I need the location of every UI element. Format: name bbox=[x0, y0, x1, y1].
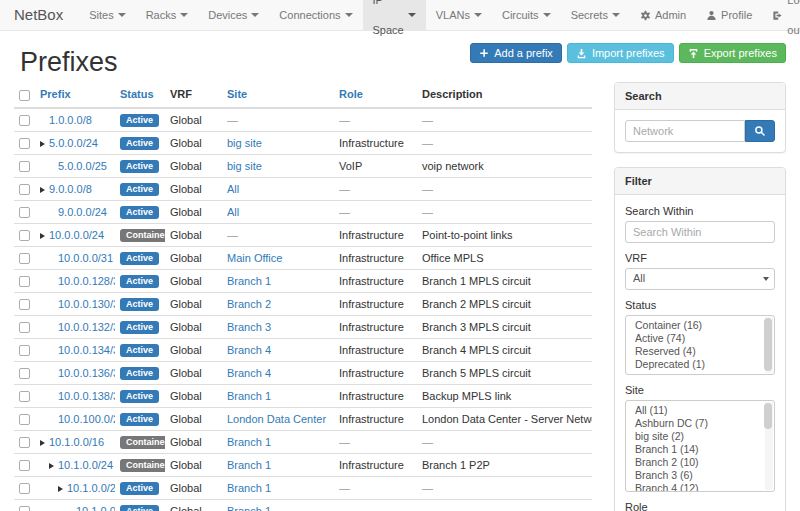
search-button[interactable] bbox=[745, 120, 775, 142]
site-link[interactable]: All bbox=[227, 183, 239, 195]
listbox-option[interactable]: Container (16) bbox=[626, 319, 762, 332]
prefix-link[interactable]: 9.0.0.0/8 bbox=[49, 183, 92, 195]
row-checkbox[interactable] bbox=[19, 437, 30, 448]
site-link[interactable]: Branch 3 bbox=[227, 321, 271, 333]
export-prefixes-button[interactable]: Export prefixes bbox=[679, 43, 786, 63]
nav-item-connections[interactable]: Connections bbox=[269, 0, 362, 30]
row-checkbox[interactable] bbox=[19, 115, 30, 126]
prefix-link[interactable]: 10.0.0.132/31 bbox=[58, 321, 115, 333]
search-icon bbox=[754, 125, 766, 137]
nav-item-admin[interactable]: Admin bbox=[630, 0, 696, 30]
site-link[interactable]: Branch 1 bbox=[227, 482, 271, 494]
site-filter-listbox[interactable]: All (11)Ashburn DC (7)big site (2)Branch… bbox=[625, 400, 775, 492]
prefix-link[interactable]: 10.0.0.0/31 bbox=[58, 252, 113, 264]
table-row: 10.0.0.134/31ActiveGlobalBranch 4Infrast… bbox=[14, 338, 592, 361]
site-link[interactable]: Branch 1 bbox=[227, 459, 271, 471]
column-header-status[interactable]: Status bbox=[115, 82, 165, 108]
row-checkbox[interactable] bbox=[19, 414, 30, 425]
status-badge: Active bbox=[120, 298, 159, 311]
listbox-option[interactable]: Active (74) bbox=[626, 332, 762, 345]
row-checkbox[interactable] bbox=[19, 184, 30, 195]
search-within-input[interactable] bbox=[625, 221, 775, 243]
nav-item-devices[interactable]: Devices bbox=[198, 0, 269, 30]
site-link[interactable]: big site bbox=[227, 160, 262, 172]
row-checkbox[interactable] bbox=[19, 276, 30, 287]
column-header-description: Description bbox=[417, 82, 592, 108]
site-link[interactable]: London Data Center bbox=[227, 413, 326, 425]
search-input[interactable] bbox=[625, 120, 745, 142]
nav-item-log-out[interactable]: Log out bbox=[762, 0, 800, 30]
site-link[interactable]: Branch 4 bbox=[227, 367, 271, 379]
listbox-option[interactable]: Branch 4 (12) bbox=[626, 482, 762, 492]
listbox-option[interactable]: Reserved (4) bbox=[626, 345, 762, 358]
nav-item-racks[interactable]: Racks bbox=[136, 0, 199, 30]
row-checkbox[interactable] bbox=[19, 161, 30, 172]
prefix-link[interactable]: 10.0.0.128/31 bbox=[58, 275, 115, 287]
row-checkbox[interactable] bbox=[19, 230, 30, 241]
site-link[interactable]: All bbox=[227, 206, 239, 218]
select-all-checkbox[interactable] bbox=[19, 90, 30, 101]
column-header-prefix[interactable]: Prefix bbox=[35, 82, 115, 108]
row-checkbox[interactable] bbox=[19, 299, 30, 310]
site-link[interactable]: Branch 1 bbox=[227, 505, 271, 511]
add-a-prefix-button[interactable]: Add a prefix bbox=[470, 43, 562, 63]
site-link[interactable]: Branch 1 bbox=[227, 275, 271, 287]
prefix-link[interactable]: 10.0.100.0/24 bbox=[58, 413, 115, 425]
vrf-select[interactable]: All bbox=[625, 268, 775, 290]
site-cell: — bbox=[222, 108, 334, 132]
brand-logo[interactable]: NetBox bbox=[14, 0, 63, 30]
prefix-link[interactable]: 10.0.0.136/31 bbox=[58, 367, 115, 379]
scrollbar[interactable] bbox=[765, 317, 773, 373]
nav-item-sites[interactable]: Sites bbox=[79, 0, 135, 30]
prefix-link[interactable]: 9.0.0.0/24 bbox=[58, 206, 107, 218]
row-checkbox[interactable] bbox=[19, 506, 30, 511]
prefix-link[interactable]: 10.1.0.0/24 bbox=[58, 459, 113, 471]
nav-item-circuits[interactable]: Circuits bbox=[492, 0, 561, 30]
status-filter-listbox[interactable]: Container (16)Active (74)Reserved (4)Dep… bbox=[625, 315, 775, 375]
row-checkbox[interactable] bbox=[19, 138, 30, 149]
row-checkbox[interactable] bbox=[19, 345, 30, 356]
prefix-link[interactable]: 10.1.0.0/16 bbox=[49, 436, 104, 448]
prefix-link[interactable]: 10.1.0.0/25 bbox=[67, 482, 115, 494]
prefix-link[interactable]: 10.0.0.134/31 bbox=[58, 344, 115, 356]
nav-item-vlans[interactable]: VLANs bbox=[426, 0, 492, 30]
nav-item-profile[interactable]: Profile bbox=[696, 0, 762, 30]
listbox-option[interactable]: Branch 2 (10) bbox=[626, 456, 762, 469]
nav-item-secrets[interactable]: Secrets bbox=[561, 0, 630, 30]
prefix-link[interactable]: 10.1.0.0/26 bbox=[76, 505, 115, 511]
prefix-link[interactable]: 10.0.0.0/24 bbox=[49, 229, 104, 241]
listbox-option[interactable]: All (11) bbox=[626, 404, 762, 417]
site-link[interactable]: Branch 1 bbox=[227, 390, 271, 402]
listbox-option[interactable]: Deprecated (1) bbox=[626, 358, 762, 371]
status-badge: Active bbox=[120, 183, 159, 196]
listbox-option[interactable]: Branch 3 (6) bbox=[626, 469, 762, 482]
column-header-site[interactable]: Site bbox=[222, 82, 334, 108]
site-link[interactable]: Main Office bbox=[227, 252, 282, 264]
row-checkbox[interactable] bbox=[19, 391, 30, 402]
row-checkbox[interactable] bbox=[19, 483, 30, 494]
import-prefixes-button[interactable]: Import prefixes bbox=[567, 43, 674, 63]
site-link[interactable]: big site bbox=[227, 137, 262, 149]
nav-item-ip-space[interactable]: IP Space bbox=[363, 0, 426, 30]
row-checkbox[interactable] bbox=[19, 460, 30, 471]
vrf-cell: Global bbox=[165, 338, 222, 361]
column-header-role[interactable]: Role bbox=[334, 82, 417, 108]
site-link[interactable]: Branch 4 bbox=[227, 344, 271, 356]
site-link[interactable]: Branch 2 bbox=[227, 298, 271, 310]
listbox-option[interactable]: Ashburn DC (7) bbox=[626, 417, 762, 430]
prefix-link[interactable]: 10.0.0.130/31 bbox=[58, 298, 115, 310]
row-checkbox[interactable] bbox=[19, 322, 30, 333]
prefix-link[interactable]: 5.0.0.0/24 bbox=[49, 137, 98, 149]
site-link[interactable]: Branch 1 bbox=[227, 436, 271, 448]
scrollbar[interactable] bbox=[765, 402, 773, 490]
listbox-option[interactable]: big site (2) bbox=[626, 430, 762, 443]
row-checkbox[interactable] bbox=[19, 368, 30, 379]
row-checkbox[interactable] bbox=[19, 207, 30, 218]
prefix-link[interactable]: 1.0.0.0/8 bbox=[49, 114, 92, 126]
table-row: 10.0.0.136/31ActiveGlobalBranch 4Infrast… bbox=[14, 361, 592, 384]
listbox-option[interactable]: Branch 1 (14) bbox=[626, 443, 762, 456]
row-checkbox[interactable] bbox=[19, 253, 30, 264]
prefix-link[interactable]: 5.0.0.0/25 bbox=[58, 160, 107, 172]
expand-arrow-icon bbox=[40, 183, 49, 195]
prefix-link[interactable]: 10.0.0.138/31 bbox=[58, 390, 115, 402]
